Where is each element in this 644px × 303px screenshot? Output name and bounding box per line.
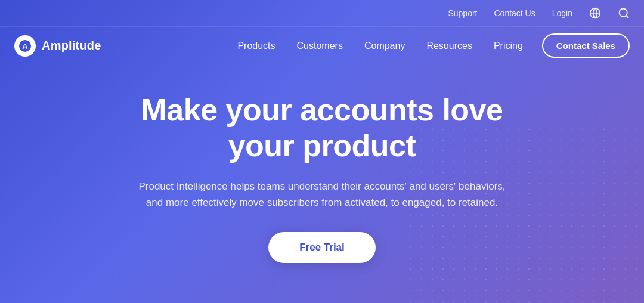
main-nav: A Amplitude Products Customers Company R…: [0, 26, 644, 64]
hero-subtext: Product Intelligence helps teams underst…: [131, 178, 513, 211]
svg-line-3: [626, 16, 628, 18]
contact-us-link[interactable]: Contact Us: [494, 8, 535, 18]
support-link[interactable]: Support: [448, 8, 477, 18]
nav-link-products[interactable]: Products: [237, 41, 275, 51]
hero-section: Make your accounts love your product Pro…: [0, 64, 644, 303]
logo-area: A Amplitude: [14, 35, 101, 57]
logo-icon: A: [14, 35, 36, 57]
nav-link-pricing[interactable]: Pricing: [494, 41, 523, 51]
svg-text:A: A: [22, 41, 28, 50]
logo-text: Amplitude: [42, 39, 101, 52]
top-bar: Support Contact Us Login: [0, 0, 644, 26]
search-icon[interactable]: [618, 7, 630, 19]
page-wrapper: Support Contact Us Login A: [0, 0, 644, 303]
hero-headline: Make your accounts love your product: [113, 92, 531, 164]
nav-links: Products Customers Company Resources Pri…: [237, 41, 522, 51]
free-trial-button[interactable]: Free Trial: [268, 232, 376, 263]
nav-link-resources[interactable]: Resources: [426, 41, 472, 51]
login-link[interactable]: Login: [552, 8, 572, 18]
nav-link-company[interactable]: Company: [364, 41, 405, 51]
globe-icon[interactable]: [589, 7, 601, 19]
nav-link-customers[interactable]: Customers: [297, 41, 343, 51]
contact-sales-button[interactable]: Contact Sales: [542, 33, 630, 58]
